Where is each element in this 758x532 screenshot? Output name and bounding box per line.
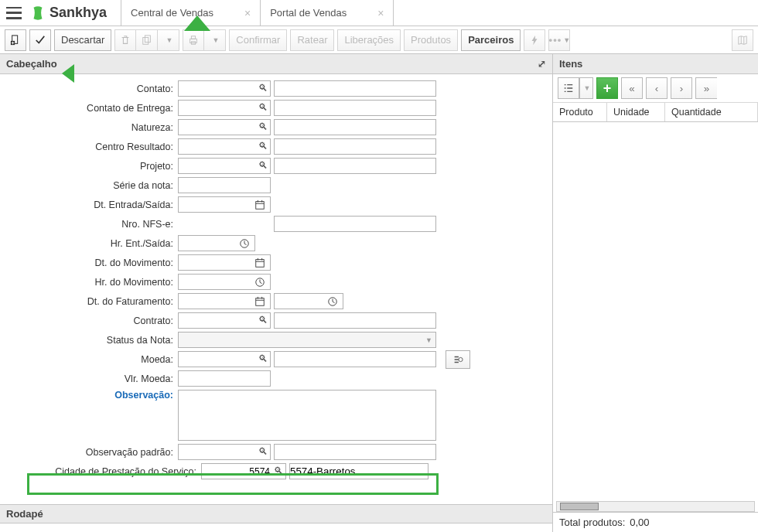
input-natureza[interactable]: [178, 119, 271, 135]
desc-observacao-padrao[interactable]: [274, 444, 436, 460]
section-title: Itens: [559, 58, 582, 70]
map-button[interactable]: [732, 29, 753, 51]
tab-label: Central de Vendas: [131, 7, 213, 19]
descartar-button[interactable]: Descartar: [54, 29, 111, 51]
label-contato-entrega: Contato de Entrega:: [0, 103, 178, 114]
input-contato[interactable]: [178, 80, 271, 97]
brand-name: Sankhya: [50, 5, 107, 21]
next-page-button[interactable]: ›: [671, 77, 692, 99]
label-hr-ent-saida: Hr. Ent./Saída:: [0, 238, 178, 249]
select-status-nota[interactable]: ▼: [178, 332, 436, 348]
input-moeda[interactable]: [178, 351, 271, 367]
desc-contrato[interactable]: [274, 312, 436, 329]
ratear-button[interactable]: Ratear: [290, 29, 334, 51]
last-page-button[interactable]: »: [695, 77, 717, 99]
copy-dropdown[interactable]: ▼: [158, 29, 179, 51]
items-body: [553, 122, 758, 512]
input-contato-entrega[interactable]: [178, 100, 271, 116]
input-vlr-moeda[interactable]: [178, 370, 271, 387]
close-icon[interactable]: ×: [377, 7, 384, 19]
close-icon[interactable]: ×: [244, 7, 251, 19]
input-centro-resultado[interactable]: [178, 138, 271, 155]
parceiros-button[interactable]: Parceiros: [461, 29, 521, 51]
input-observacao-padrao[interactable]: [178, 444, 271, 460]
liberacoes-button[interactable]: Liberações: [337, 29, 401, 51]
input-hr-movimento[interactable]: [178, 274, 271, 290]
copy-button[interactable]: [136, 29, 158, 51]
desc-contato-entrega[interactable]: [274, 100, 436, 116]
svg-point-13: [459, 357, 463, 361]
input-hr-faturamento[interactable]: [274, 293, 343, 309]
label-moeda: Moeda:: [0, 354, 178, 365]
delete-button[interactable]: [114, 29, 136, 51]
input-contrato[interactable]: [178, 312, 271, 329]
input-dt-entrada-saida[interactable]: [178, 196, 271, 213]
section-title: Rodapé: [6, 508, 43, 520]
clock-icon: [254, 277, 265, 288]
calendar-icon: [254, 200, 265, 210]
input-observacao[interactable]: [178, 390, 436, 441]
svg-rect-7: [256, 201, 265, 209]
desc-moeda[interactable]: [274, 351, 436, 367]
input-serie-nota[interactable]: [178, 177, 271, 193]
add-item-button[interactable]: +: [596, 77, 618, 99]
clock-icon: [327, 296, 338, 307]
input-projeto[interactable]: [178, 158, 271, 174]
input-hr-ent-saida[interactable]: [178, 235, 255, 251]
menu-button[interactable]: [6, 7, 22, 19]
desc-natureza[interactable]: [274, 119, 436, 135]
desc-cidade-prestacao[interactable]: [289, 463, 429, 479]
total-label: Total produtos:: [559, 517, 625, 528]
expand-icon[interactable]: ⤢: [538, 58, 546, 70]
label-serie-nota: Série da nota:: [0, 180, 178, 191]
tab-label: Portal de Vendas: [270, 7, 347, 19]
input-nro-nfse[interactable]: [274, 216, 436, 232]
svg-rect-9: [256, 259, 265, 267]
col-unidade[interactable]: Unidade: [607, 103, 665, 121]
calendar-icon: [254, 257, 265, 268]
brand-logo: [29, 5, 46, 22]
bolt-button[interactable]: [524, 29, 545, 51]
moeda-aux-button[interactable]: [446, 350, 470, 369]
label-status-nota: Status da Nota:: [0, 335, 178, 346]
label-dt-faturamento: Dt. do Faturamento:: [0, 296, 178, 307]
confirmar-button[interactable]: Confirmar: [229, 29, 287, 51]
prev-page-button[interactable]: ‹: [646, 77, 668, 99]
rodape-header: Rodapé: [0, 504, 552, 523]
new-button[interactable]: [5, 29, 26, 51]
label-observacao-padrao: Observação padrão:: [0, 447, 178, 458]
items-table-header: Produto Unidade Quantidade: [553, 103, 758, 122]
svg-rect-11: [256, 298, 265, 305]
label-vlr-moeda: Vlr. Moeda:: [0, 373, 178, 384]
print-button[interactable]: [183, 29, 204, 51]
label-projeto: Projeto:: [0, 161, 178, 172]
confirm-check-button[interactable]: [29, 29, 51, 51]
horizontal-scrollbar[interactable]: [556, 501, 755, 512]
label-centro-resultado: Centro Resultado:: [0, 142, 178, 152]
label-cidade-prestacao: Cidade de Prestação do Serviço:: [0, 466, 201, 477]
produtos-button[interactable]: Produtos: [404, 29, 458, 51]
input-dt-movimento[interactable]: [178, 254, 271, 271]
svg-rect-3: [145, 35, 150, 42]
list-view-button[interactable]: [558, 77, 579, 99]
desc-centro-resultado[interactable]: [274, 138, 436, 155]
label-contato: Contato:: [0, 84, 178, 94]
col-quantidade[interactable]: Quantidade: [665, 103, 758, 121]
form-area: Contato: 🔍︎ Contato de Entrega: 🔍︎ Natur…: [0, 74, 552, 504]
desc-contato[interactable]: [274, 80, 436, 97]
print-dropdown[interactable]: ▼: [204, 29, 226, 51]
section-title: Cabeçalho: [6, 58, 57, 70]
more-button[interactable]: •••▼: [548, 29, 570, 51]
input-cidade-prestacao[interactable]: [201, 463, 286, 479]
first-page-button[interactable]: «: [621, 77, 643, 99]
label-contrato: Contrato:: [0, 315, 178, 326]
list-view-dropdown[interactable]: ▼: [579, 77, 593, 99]
tab-central-de-vendas[interactable]: Central de Vendas ×: [121, 0, 261, 26]
svg-rect-2: [143, 37, 149, 44]
total-value: 0,00: [630, 517, 649, 528]
desc-projeto[interactable]: [274, 158, 436, 174]
label-dt-entrada-saida: Dt. Entrada/Saída:: [0, 200, 178, 210]
tab-portal-de-vendas[interactable]: Portal de Vendas ×: [261, 0, 394, 26]
col-produto[interactable]: Produto: [553, 103, 607, 121]
input-dt-faturamento[interactable]: [178, 293, 271, 309]
